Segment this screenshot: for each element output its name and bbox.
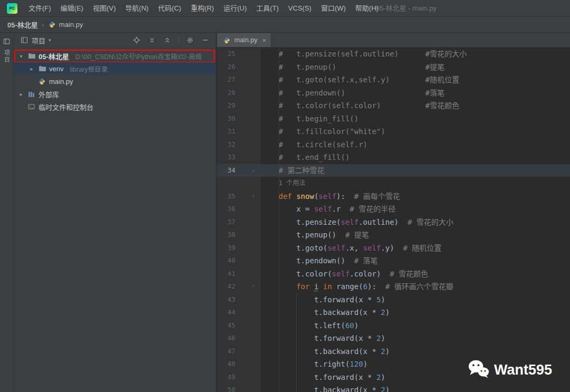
line-number: 32 <box>216 138 235 151</box>
main-area: 项目 项目 ▾ <box>0 33 570 392</box>
line-number: 29 <box>216 99 235 112</box>
line-number: 30 <box>216 112 235 126</box>
breadcrumb-project[interactable]: 05-林北星 <box>7 20 38 30</box>
code-line-47[interactable]: 47 t.backward(x * 2) <box>216 345 570 358</box>
breadcrumb-file[interactable]: main.py <box>48 21 83 28</box>
code-text: # t.circle(self.r) <box>261 138 570 151</box>
project-panel-title[interactable]: 项目 <box>32 35 45 45</box>
tab-main-py[interactable]: main.py × <box>217 33 271 47</box>
chevron-down-icon[interactable]: ▾ <box>18 53 24 59</box>
code-line-25[interactable]: 25 # t.pensize(self.outline) #雪花的大小 <box>216 47 570 61</box>
python-file-icon <box>48 21 56 28</box>
line-number: 49 <box>216 371 235 384</box>
tree-item-main.py[interactable]: main.py <box>14 75 216 88</box>
window-title: 05-林北星 - main.py <box>376 0 436 17</box>
tree-item-外部库[interactable]: ▸外部库 <box>14 88 216 100</box>
tool-stripe-project-button[interactable]: 项目 <box>3 50 11 63</box>
line-number: 39 <box>216 242 235 255</box>
tree-item-label: 外部库 <box>39 89 59 99</box>
code-line-43[interactable]: 43 t.forward(x * 5) <box>216 293 570 307</box>
code-line-50[interactable]: 50 t.backward(x * 2) <box>216 384 570 392</box>
line-number: 40 <box>216 254 235 267</box>
tool-window-stripe: 项目 <box>0 33 14 392</box>
folder-icon <box>37 65 46 72</box>
fold-marker-icon[interactable]: ▿ <box>250 280 261 293</box>
menu-item[interactable]: 窗口(W) <box>316 0 350 16</box>
tab-label: main.py <box>234 36 258 44</box>
menu-item[interactable]: 导航(N) <box>120 0 153 16</box>
code-line-39[interactable]: 39 t.goto(self.x, self.y) # 随机位置 <box>216 242 570 255</box>
code-line-37[interactable]: 37 t.pensize(self.outline) # 雪花的大小 <box>216 216 570 229</box>
gutter: 31 <box>216 125 261 138</box>
gutter: 26 <box>216 61 261 74</box>
menu-item[interactable]: 文件(F) <box>24 0 56 16</box>
tree-item-临时文件和控制台[interactable]: 临时文件和控制台 <box>14 100 216 113</box>
code-line-44[interactable]: 44 t.backward(x * 2) <box>216 306 570 319</box>
gutter: 42▿ <box>216 280 261 293</box>
tree-item-label: venv <box>49 65 63 73</box>
watermark-text: Want595 <box>494 362 552 378</box>
project-view-icon <box>20 36 28 44</box>
code-line-30[interactable]: 30 # t.begin_fill() <box>216 112 570 126</box>
line-number: 48 <box>216 358 235 371</box>
tree-item-05-林北星[interactable]: ▾05-林北星D:\00_CSDN\公众号\Python百宝箱\02-高级 <box>14 50 216 62</box>
code-line-42[interactable]: 42▿ for i in range(6): # 循环画六个雪花瓣 <box>216 280 570 293</box>
fold-marker-icon[interactable]: ▵ <box>250 164 261 177</box>
tree-item-venv[interactable]: ▸venvlibrary根目录 <box>14 62 216 75</box>
line-number: 25 <box>216 47 235 61</box>
code-line-34[interactable]: 34▵ # 第二种雪花 <box>216 164 570 177</box>
tree-item-detail: library根目录 <box>70 64 108 74</box>
code-line-41[interactable]: 41 t.color(self.color) # 雪花颜色 <box>216 267 570 281</box>
code-line-36[interactable]: 36 x = self.r # 雪花的半径 <box>216 203 570 216</box>
menu-item[interactable]: 重构(R) <box>186 0 218 16</box>
chevron-down-icon[interactable]: ▾ <box>49 37 51 43</box>
gutter: 25 <box>216 47 261 61</box>
collapse-all-button[interactable] <box>163 36 172 44</box>
code-line-26[interactable]: 26 # t.penup() #提笔 <box>216 61 570 74</box>
code-line-31[interactable]: 31 # t.fillcolor("white") <box>216 125 570 138</box>
hide-panel-button[interactable] <box>201 36 210 44</box>
gutter: 45 <box>216 319 261 332</box>
menu-item[interactable]: 代码(C) <box>153 0 186 16</box>
code-line-32[interactable]: 32 # t.circle(self.r) <box>216 138 570 151</box>
gutter: 27 <box>216 73 261 87</box>
settings-gear-icon[interactable] <box>186 36 194 44</box>
code-line-29[interactable]: 29 # t.color(self.color) #雪花颜色 <box>216 99 570 112</box>
toolbar-divider <box>178 36 179 44</box>
code-text: t.forward(x * 5) <box>261 293 570 307</box>
menu-item[interactable]: 工具(T) <box>251 0 283 16</box>
chevron-right-icon[interactable]: ▸ <box>28 66 35 72</box>
gutter: 44 <box>216 306 261 319</box>
menu-item[interactable]: VCS(S) <box>283 0 316 16</box>
gutter: 40 <box>216 254 261 267</box>
code-line-40[interactable]: 40 t.pendown() # 落笔 <box>216 254 570 267</box>
panel-toolbar <box>132 36 210 44</box>
project-tool-window-icon[interactable] <box>3 37 10 47</box>
code-line-35[interactable]: 35▿ def snow(self): # 画每个雪花 <box>216 190 570 203</box>
menu-item[interactable]: 视图(V) <box>88 0 120 16</box>
inlay-usage-hint-row: 1 个用法 <box>216 177 570 190</box>
code-text: t.backward(x * 2) <box>261 345 570 358</box>
menu-item[interactable]: 编辑(E) <box>56 0 88 16</box>
editor: main.py × 25 # t.pensize(self.outline) #… <box>216 33 570 392</box>
code-text: # t.pensize(self.outline) #雪花的大小 <box>261 47 570 61</box>
code-line-46[interactable]: 46 t.forward(x * 2) <box>216 332 570 345</box>
tree-item-label: 临时文件和控制台 <box>39 102 93 112</box>
code-line-38[interactable]: 38 t.penup() # 提笔 <box>216 228 570 242</box>
chevron-right-icon[interactable]: ▸ <box>18 91 24 97</box>
code-line-27[interactable]: 27 # t.goto(self.x,self.y) #随机位置 <box>216 73 570 87</box>
code-text: t.backward(x * 2) <box>261 384 570 392</box>
code-line-45[interactable]: 45 t.left(60) <box>216 319 570 332</box>
menu-item[interactable]: 运行(U) <box>218 0 251 16</box>
wechat-icon <box>468 359 489 380</box>
code-line-28[interactable]: 28 # t.pendown() #落笔 <box>216 87 570 100</box>
fold-marker-icon[interactable]: ▿ <box>250 190 261 203</box>
close-tab-icon[interactable]: × <box>262 36 267 44</box>
gutter: 47 <box>216 345 261 358</box>
code-line-33[interactable]: 33 # t.end_fill() <box>216 151 570 164</box>
gutter: 32 <box>216 138 261 151</box>
locate-file-button[interactable] <box>132 36 141 44</box>
code-area[interactable]: 25 # t.pensize(self.outline) #雪花的大小26 # … <box>216 47 570 392</box>
expand-all-button[interactable] <box>148 36 156 44</box>
usage-hint[interactable]: 1 个用法 <box>261 177 305 190</box>
